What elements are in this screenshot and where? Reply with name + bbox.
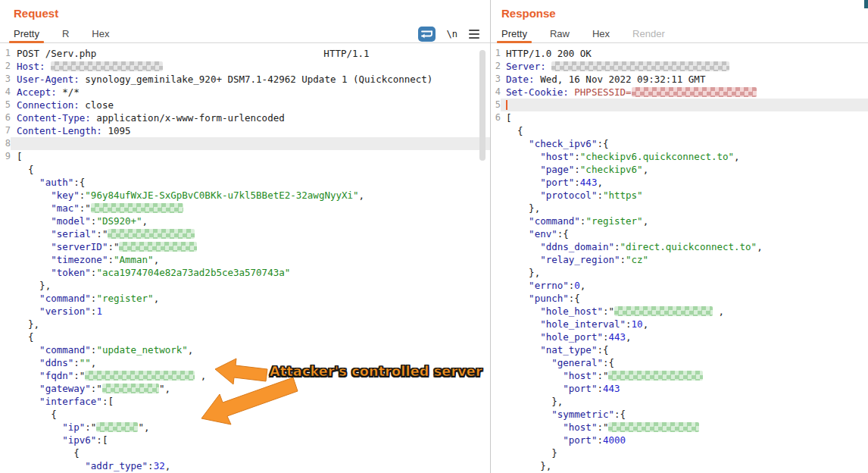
request-panel: Request PrettyRHex \n 1POST /Serv.phpHTT… (0, 0, 491, 473)
line-number (0, 369, 11, 382)
window-corner-fragment (864, 0, 868, 8)
code-line: 5Connection: close (0, 99, 490, 111)
spacer (96, 49, 323, 58)
response-panel-title: Response (501, 7, 556, 20)
code-line: "env":{ (491, 227, 868, 240)
code-line: "relay_region":"cz" (491, 253, 868, 266)
line-number (491, 215, 501, 227)
code-line: { (0, 408, 490, 421)
word-wrap-toggle-button[interactable] (418, 27, 436, 42)
code-line: 4Accept: */* (0, 86, 490, 99)
line-number: 7 (0, 124, 11, 137)
line-number (0, 330, 11, 343)
code-line: }, (491, 395, 868, 408)
line-number (491, 382, 501, 395)
tab-hex[interactable]: Hex (592, 28, 610, 39)
code-line: 8 (0, 137, 490, 150)
line-number (491, 369, 501, 382)
line-number: 6 (491, 111, 501, 124)
code-line: 6[ (491, 111, 868, 124)
code-line: "protocol":"https" (491, 189, 868, 202)
code-line: "mac":" (0, 202, 490, 215)
line-number (0, 446, 11, 459)
line-number (0, 356, 11, 369)
code-line: 6Content-Type: application/x-www-form-ur… (0, 111, 490, 124)
code-line: "version":1 (0, 305, 490, 318)
code-line: "command":"update_network", (0, 343, 490, 356)
code-line: "ddns_domain":"direct.quickconnect.to", (491, 240, 868, 253)
redacted-value (119, 242, 197, 252)
code-line: 4Set-Cookie: PHPSESSID= (491, 86, 868, 99)
request-scrollbar-thumb[interactable] (479, 50, 486, 161)
code-line: }, (491, 266, 868, 279)
line-number (491, 189, 501, 202)
line-number (491, 459, 501, 472)
tab-pretty[interactable]: Pretty (501, 28, 527, 39)
code-line: "port":443, (491, 176, 868, 189)
menu-icon[interactable] (469, 30, 479, 39)
code-line: "token":"aca1974704e82a73ad2b5ce3a570743… (0, 266, 490, 279)
code-line: "timezone":"Amman", (0, 253, 490, 266)
code-line: 1HTTP/1.0 200 OK (491, 47, 868, 60)
line-number (0, 266, 11, 279)
request-panel-title: Request (14, 7, 58, 20)
code-line: 3Date: Wed, 16 Nov 2022 09:32:11 GMT (491, 73, 868, 86)
code-line: "nat_type":{ (491, 343, 868, 356)
line-number (491, 434, 501, 446)
code-line: "command":"register", (491, 215, 868, 227)
text-cursor (506, 100, 507, 110)
newline-toggle-button[interactable]: \n (447, 29, 457, 39)
code-line: 3User-Agent: synology_geminilake_920+ DS… (0, 73, 490, 86)
redacted-value (51, 61, 163, 71)
request-editor[interactable]: 1POST /Serv.phpHTTP/1.12Host: 3User-Agen… (0, 47, 490, 473)
code-line: "errno":0, (491, 279, 868, 292)
code-line: "check_ipv6":{ (491, 137, 868, 150)
line-number (0, 240, 11, 253)
line-number (0, 343, 11, 356)
line-number: 3 (491, 73, 501, 86)
redacted-value (85, 371, 195, 381)
code-line: "serverID":" (0, 240, 490, 253)
tab-render[interactable]: Render (632, 28, 665, 39)
line-number (0, 395, 11, 408)
code-line: 1POST /Serv.phpHTTP/1.1 (0, 47, 490, 60)
code-line: "host":"checkipv6.quickconnect.to", (491, 150, 868, 163)
code-line: "key":"96y84ufWxJE-SxGpBvC0BKk-u7kl5BBet… (0, 189, 490, 202)
line-number (491, 150, 501, 163)
line-number (0, 408, 11, 421)
line-number (491, 253, 501, 266)
line-number (0, 253, 11, 266)
code-line: 9[ (0, 150, 490, 163)
tab-raw[interactable]: Raw (550, 28, 570, 39)
annotation-text: Attacker's controlled server (270, 364, 482, 379)
line-number (491, 240, 501, 253)
line-number: 1 (0, 47, 11, 60)
line-number (0, 176, 11, 189)
code-line: "page":"checkipv6", (491, 163, 868, 176)
line-number (0, 215, 11, 227)
code-line: "host":" (491, 369, 868, 382)
redacted-value (96, 422, 138, 432)
redacted-value (632, 87, 757, 97)
line-number (0, 202, 11, 215)
line-number (491, 305, 501, 318)
tab-pretty[interactable]: Pretty (14, 28, 39, 39)
tab-hex[interactable]: Hex (92, 28, 109, 39)
code-line: "auth":{ (0, 176, 490, 189)
code-line: "symmetric":{ (491, 408, 868, 421)
code-line: "port":4000 (491, 434, 868, 446)
line-number (0, 434, 11, 446)
response-panel: Response PrettyRawHexRender 1HTTP/1.0 20… (491, 0, 868, 473)
line-number (491, 356, 501, 369)
line-number: 8 (0, 137, 11, 150)
line-number (0, 459, 11, 472)
code-line: }, (0, 318, 490, 330)
tab-r[interactable]: R (62, 28, 69, 39)
response-editor[interactable]: 1HTTP/1.0 200 OK2Server: 3Date: Wed, 16 … (491, 47, 868, 473)
line-number (491, 318, 501, 330)
line-number (491, 227, 501, 240)
code-line: }, (0, 279, 490, 292)
line-number (491, 202, 501, 215)
line-number: 5 (0, 99, 11, 111)
line-number (0, 292, 11, 305)
